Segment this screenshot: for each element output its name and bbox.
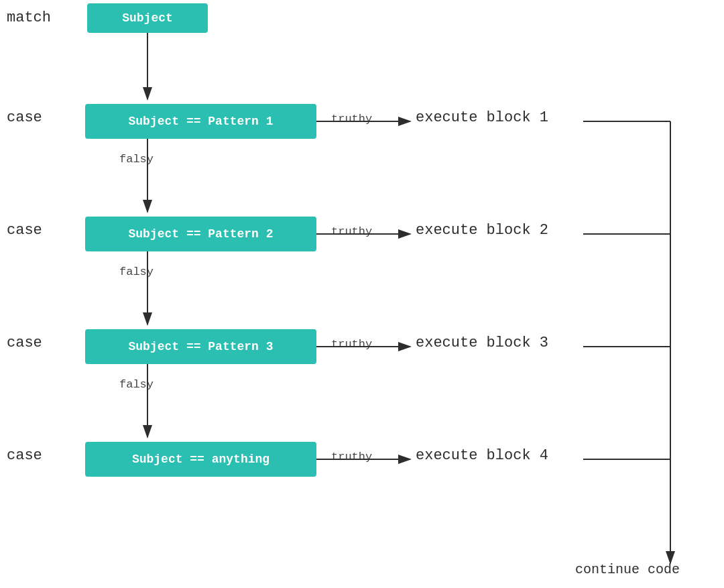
truthy-label-3: truthy bbox=[331, 338, 372, 351]
subject-box: Subject bbox=[87, 3, 208, 33]
truthy-label-1: truthy bbox=[331, 113, 372, 125]
execute-label-4: execute block 4 bbox=[416, 447, 548, 464]
truthy-label-4: truthy bbox=[331, 451, 372, 463]
case-label-4: case bbox=[7, 447, 42, 464]
diagram-arrows bbox=[0, 0, 724, 588]
continue-label: continue code bbox=[575, 562, 680, 577]
pattern-box-1: Subject == Pattern 1 bbox=[85, 104, 316, 139]
execute-label-1: execute block 1 bbox=[416, 109, 548, 126]
falsy-label-1: falsy bbox=[119, 153, 154, 166]
falsy-label-2: falsy bbox=[119, 266, 154, 278]
match-label: match bbox=[7, 9, 51, 26]
execute-label-2: execute block 2 bbox=[416, 222, 548, 239]
diagram: match Subject case case case case Subjec… bbox=[0, 0, 724, 588]
falsy-label-3: falsy bbox=[119, 378, 154, 391]
pattern-box-4: Subject == anything bbox=[85, 442, 316, 477]
case-label-2: case bbox=[7, 222, 42, 239]
execute-label-3: execute block 3 bbox=[416, 335, 548, 351]
pattern-box-3: Subject == Pattern 3 bbox=[85, 329, 316, 364]
pattern-box-2: Subject == Pattern 2 bbox=[85, 217, 316, 251]
case-label-3: case bbox=[7, 335, 42, 351]
truthy-label-2: truthy bbox=[331, 225, 372, 238]
case-label-1: case bbox=[7, 109, 42, 126]
